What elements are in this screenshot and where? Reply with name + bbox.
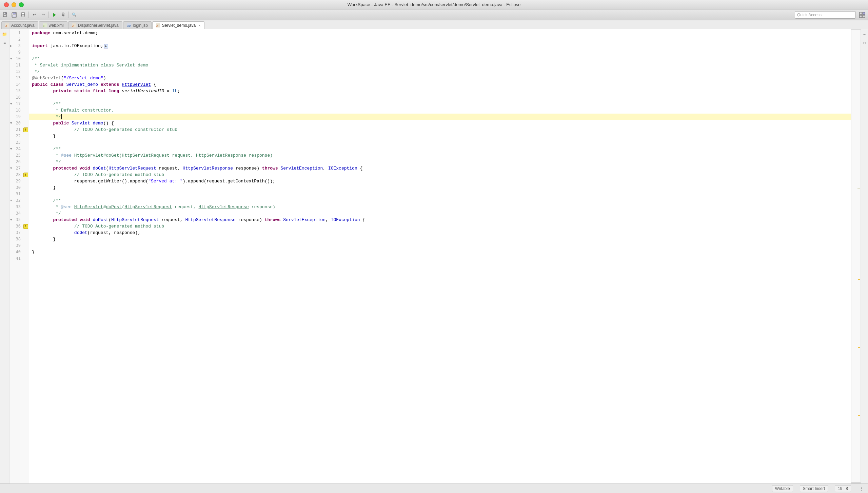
code-line-10: /** [29,56,851,62]
code-line-32: /** [29,197,851,204]
tab-login[interactable]: JSP login.jsp [123,21,152,29]
minimize-button[interactable] [12,2,16,7]
fold-icon-27[interactable]: ▼ [10,165,12,172]
print-button[interactable] [19,11,27,19]
toolbar-sep-2 [48,12,49,18]
fold-icon-24[interactable]: ▼ [10,146,12,152]
undo-button[interactable]: ↩ [30,11,38,19]
code-line-19: */ [29,114,851,120]
code-line-34: */ [29,210,851,217]
maximize-button[interactable] [19,2,24,7]
svg-text:X: X [43,25,44,27]
writable-label: Writable [775,486,790,491]
ruler-current-line [857,189,860,189]
marker-30 [23,184,29,191]
fold-icon-17[interactable]: ▼ [10,101,12,107]
ruler-bottom [851,482,861,484]
package-explorer-icon[interactable]: 📁 [1,31,8,38]
close-button[interactable] [4,2,9,7]
search-button[interactable]: 🔍 [70,11,78,19]
marker-11 [23,62,29,68]
quick-access-input[interactable]: Quick Access [795,11,856,19]
code-line-18: * Default constructor. [29,107,851,114]
marker-41 [23,255,29,262]
marker-38 [23,236,29,242]
marker-26 [23,159,29,165]
marker-13 [23,75,29,81]
quick-access-label: Quick Access [797,13,822,17]
ruler-mark-1 [858,279,860,280]
line-34: 34 [9,210,23,217]
svg-rect-15 [863,12,865,15]
code-line-37: doGet(request, response); [29,230,851,236]
line-3: ▶ 3 [9,43,23,49]
redo-button[interactable]: ↪ [39,11,47,19]
outline-icon[interactable]: ≡ [1,39,8,47]
marker-25 [23,152,29,159]
marker-17 [23,101,29,107]
line-10: ▼ 10 [9,56,23,62]
line-12: 12 [9,68,23,75]
marker-16 [23,94,29,101]
new-button[interactable] [1,11,9,19]
marker-29 [23,178,29,184]
marker-3 [23,43,29,49]
marker-27 [23,165,29,172]
svg-rect-5 [13,15,16,17]
marker-32 [23,197,29,204]
svg-rect-8 [22,15,24,17]
status-menu-icon[interactable]: ⋮ [858,486,865,491]
fold-icon-3[interactable]: ▶ [10,43,12,49]
tab-webxml[interactable]: X web.xml [39,21,67,29]
code-line-38: } [29,236,851,242]
code-line-3: import java.io.IOException;▶ [29,43,851,49]
smart-insert-label: Smart Insert [803,486,825,491]
code-line-23 [29,139,851,146]
minimize-icon[interactable]: — [861,31,868,38]
tab-close-button[interactable]: × [198,23,200,27]
code-line-39 [29,242,851,249]
fold-icon-35[interactable]: ▼ [10,217,12,223]
position-label: 19 : 8 [838,486,848,491]
svg-text:J: J [156,25,158,27]
window-title: WorkSpace - Java EE - Servlet_demo/src/c… [348,2,521,7]
run-button[interactable] [50,11,58,19]
debug-button[interactable] [59,11,67,19]
code-line-1: package com.servlet.demo; [29,30,851,36]
svg-rect-9 [24,15,25,15]
line-39: 39 [9,242,23,249]
right-sidebar [851,29,861,484]
marker-22 [23,133,29,139]
line-18: 18 [9,107,23,114]
fold-icon-32[interactable]: ▼ [10,197,12,204]
tab-webxml-label: web.xml [49,23,64,28]
code-line-15: private static final long serialVersionU… [29,88,851,94]
line-28: 28 [9,172,23,178]
overview-ruler [851,30,861,482]
title-bar: WorkSpace - Java EE - Servlet_demo/src/c… [0,0,868,9]
marker-37 [23,230,29,236]
fold-icon-20[interactable]: ▼ [10,120,12,126]
line-27: ▼ 27 [9,165,23,172]
java-file-icon3: J [156,23,160,27]
insert-mode-status: Smart Insert [800,485,828,492]
svg-text:J: J [5,25,7,27]
code-line-14: public class Servlet_demo extends HttpSe… [29,81,851,88]
marker-39 [23,242,29,249]
save-button[interactable] [10,11,18,19]
perspectives-button[interactable] [858,11,867,19]
warning-icon-21: ! [23,127,28,132]
editor-area[interactable]: 1 2 ▶ 3 9 ▼ 10 11 12 13 14 15 16 [9,29,851,484]
maximize-view-icon[interactable]: □ [861,39,868,47]
line-31: 31 [9,191,23,197]
marker-15 [23,88,29,94]
line-32: ▼ 32 [9,197,23,204]
code-line-40: } [29,249,851,255]
fold-icon-10[interactable]: ▼ [10,56,12,62]
tab-dispatcher[interactable]: J DispatcherServlet.java [68,21,122,29]
line-19: 19 [9,114,23,120]
tab-servlet-demo[interactable]: J Servlet_demo.java × [152,21,204,29]
tab-account[interactable]: J Account.java [1,21,38,29]
ruler-mark-3 [858,415,860,416]
code-content[interactable]: package com.servlet.demo; import java.io… [29,29,851,484]
